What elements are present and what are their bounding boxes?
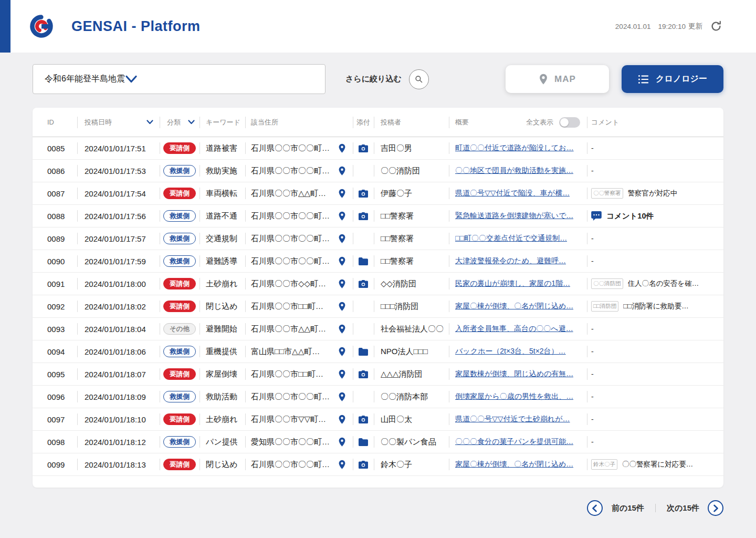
location-pin-icon[interactable] [338,324,346,334]
summary-link[interactable]: 入所者全員無事、高台の〇〇へ避… [455,324,573,334]
row-datetime: 2024/01/01/18:09 [77,386,160,408]
row-keyword: 道路不通 [200,205,245,227]
row-id: 0090 [33,250,77,272]
row-datetime: 2024/01/01/18:10 [77,408,160,430]
row-keyword: 閉じ込め [200,295,245,317]
comment-count[interactable]: コメント10件 [591,211,654,221]
summary-link[interactable]: 県道〇号▽▽付近で陥没、車が横… [455,189,570,198]
camera-icon[interactable] [359,190,368,198]
prev-page-label[interactable]: 前の15件 [612,503,644,513]
row-poster: ◇◇消防団 [374,273,449,295]
camera-icon[interactable] [359,212,368,220]
location-pin-icon[interactable] [338,166,346,176]
row-category: 救援側 [160,431,200,453]
table-row: 00932024/01/01/18:04その他避難開始石川県〇〇市△△町…社会福… [33,318,723,340]
fulltext-toggle[interactable] [559,117,580,128]
category-badge: 要請側 [163,142,196,154]
row-keyword: 救助実施 [200,160,245,182]
folder-icon[interactable] [359,348,368,356]
location-pin-icon[interactable] [338,211,346,221]
comment-empty: - [591,392,594,401]
location-pin-icon[interactable] [338,347,346,357]
event-select[interactable]: 令和6年能登半島地震 [33,64,326,94]
summary-link[interactable]: バックホー（2t×3台、5t×2台）… [455,347,566,356]
next-page-label[interactable]: 次の15件 [667,503,699,513]
location-pin-icon[interactable] [338,302,346,312]
prev-page-button[interactable] [587,500,603,516]
category-badge: その他 [163,323,196,335]
camera-icon[interactable] [359,370,368,378]
location-pin-icon[interactable] [338,392,346,402]
location-pin-icon[interactable] [338,279,346,289]
summary-link[interactable]: 緊急輸送道路を倒壊建物が塞いで… [455,211,573,221]
location-pin-icon[interactable] [338,415,346,425]
location-pin-icon[interactable] [338,143,346,153]
category-badge: 救援側 [163,233,196,245]
location-pin-icon[interactable] [338,369,346,379]
row-poster: 鈴木〇子 [374,453,449,475]
location-pin-icon[interactable] [338,437,346,447]
row-attachment [353,205,374,227]
row-datetime: 2024/01/01/17:51 [77,137,160,159]
summary-link[interactable]: 〇〇地区で団員が救助活動を実施… [455,166,573,175]
row-comment: - [587,386,723,408]
summary-link[interactable]: 倒壊家屋から〇歳の男性を救出、… [455,392,573,401]
last-updated-text: 2024.01.01 19:20:10 更新 [615,22,702,31]
camera-icon[interactable] [359,280,368,288]
comment-author-tag: 〇〇消防団 [591,278,623,289]
location-pin-icon[interactable] [338,256,346,266]
comment-empty: - [591,325,594,333]
event-select-value: 令和6年能登半島地震 [45,74,125,85]
summary-link[interactable]: 家屋〇棟が倒壊、〇名が閉じ込め… [455,302,573,311]
row-keyword: 救助活動 [200,386,245,408]
camera-icon[interactable] [359,144,368,152]
row-address: 石川県〇〇市〇〇町… [245,386,353,408]
header-accent-bar [0,0,10,53]
category-badge: 救援側 [163,436,196,448]
folder-icon[interactable] [359,257,368,265]
next-page-button[interactable] [708,500,723,516]
summary-link[interactable]: 民家の裏山が崩壊し、家屋の1階… [455,279,570,288]
row-poster: 〇〇消防団 [374,160,449,182]
sort-chevron-icon[interactable] [146,120,153,125]
col-header-category[interactable]: 分類 [160,108,200,137]
location-pin-icon[interactable] [338,189,346,199]
address-text: 石川県〇〇市〇〇町… [251,460,330,470]
summary-link[interactable]: 県道〇〇号▽▽付近で土砂崩れが… [455,415,570,424]
refresh-icon[interactable] [710,19,723,33]
map-pin-icon [539,74,548,85]
row-comment: 〇〇消防団住人〇名の安否を確… [587,273,723,295]
category-badge: 要請側 [163,278,196,290]
summary-link[interactable]: □□町〇〇交差点付近で交通規制… [455,234,567,243]
row-datetime: 2024/01/01/18:12 [77,431,160,453]
table-row: 00972024/01/01/18:10要請側土砂崩れ石川県〇〇市▽▽町…山田〇… [33,408,723,431]
search-button[interactable] [409,69,429,89]
row-address: 石川県〇〇市△△町… [245,318,353,340]
chronology-button-label: クロノロジー [656,74,707,85]
col-header-comment: コメント [587,108,723,137]
comment-text: 住人〇名の安否を確… [628,279,699,288]
row-comment: - [587,227,723,250]
address-text: 石川県〇〇市△△町… [251,189,326,199]
pagination-divider [655,504,656,512]
summary-link[interactable]: 家屋〇棟が倒壊、〇名が閉じ込め… [455,460,573,469]
location-pin-icon[interactable] [338,234,346,244]
table-row: 00902024/01/01/17:59救援側避難誘導石川県〇〇市〇〇町…□□警… [33,250,723,273]
location-pin-icon[interactable] [338,460,346,470]
summary-link[interactable]: 家屋数棟が倒壊、閉じ込めの有無… [455,369,573,379]
row-category: 救援側 [160,250,200,272]
row-summary: 民家の裏山が崩壊し、家屋の1階… [449,273,587,295]
chronology-button[interactable]: クロノロジー [622,65,723,93]
camera-icon[interactable] [359,461,368,469]
row-id: 0093 [33,318,77,340]
row-attachment [353,137,374,159]
summary-link[interactable]: 町道〇〇付近で道路が陥没してお… [455,143,574,153]
comment-text: 警察官が対応中 [628,189,678,198]
map-button[interactable]: MAP [506,65,609,93]
camera-icon[interactable] [359,416,368,423]
folder-icon[interactable] [359,438,368,446]
sort-chevron-icon[interactable] [188,120,195,125]
summary-link[interactable]: 大津波警報発令のため、避難呼… [455,256,566,266]
summary-link[interactable]: 〇〇〇食分の菓子パンを提供可能… [455,437,573,447]
col-header-datetime[interactable]: 投稿日時 [77,108,160,137]
